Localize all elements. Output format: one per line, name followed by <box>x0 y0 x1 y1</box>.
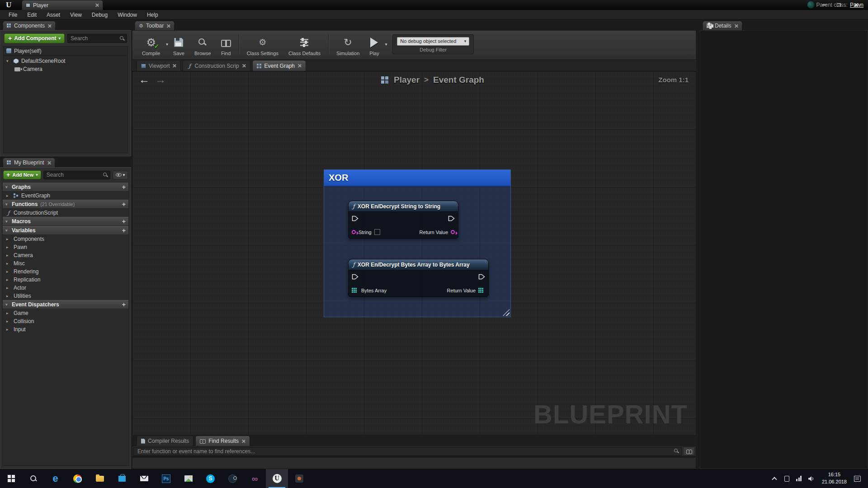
breadcrumb-current[interactable]: Event Graph <box>433 75 484 85</box>
add-function-icon[interactable]: + <box>122 201 126 207</box>
menu-item[interactable]: Help <box>142 10 163 20</box>
taskbar-explorer-button[interactable] <box>89 469 111 488</box>
exec-input-pin[interactable] <box>352 215 359 223</box>
add-component-button[interactable]: + Add Component ▾ <box>4 33 65 43</box>
parent-class-link[interactable]: Pawn <box>850 2 863 8</box>
find-references-input[interactable] <box>133 447 682 456</box>
find-button[interactable]: Find <box>216 33 236 56</box>
return-value-pin[interactable] <box>478 288 483 293</box>
tab-close-icon[interactable] <box>95 3 99 7</box>
components-search-input[interactable] <box>68 35 127 42</box>
add-variable-icon[interactable]: + <box>122 227 126 234</box>
tab-compiler-results[interactable]: Compiler Results <box>137 436 193 446</box>
dispatcher-category-row[interactable]: ▸ Collision <box>3 317 128 325</box>
tab-close-icon[interactable] <box>241 439 245 443</box>
collapse-icon[interactable]: ▾ <box>5 302 10 307</box>
window-tab-player[interactable]: Player <box>22 0 103 10</box>
add-new-button[interactable]: + Add New ▾ <box>3 170 41 179</box>
nav-forward-icon[interactable]: → <box>155 73 166 86</box>
variable-category-row[interactable]: ▸ Components <box>3 235 128 243</box>
find-results-list[interactable] <box>132 457 696 469</box>
dispatcher-category-row[interactable]: ▸ Input <box>3 325 128 333</box>
taskbar-app-button[interactable] <box>288 469 310 488</box>
titlebar[interactable]: U Player <box>0 0 868 10</box>
menu-item[interactable]: File <box>4 10 22 20</box>
node-header[interactable]: ƒ XOR En/Decrypt Bytes Array to Bytes Ar… <box>349 259 488 270</box>
debug-object-dropdown[interactable]: No debug object selected ▾ <box>397 37 469 46</box>
variable-category-row[interactable]: ▸ Actor <box>3 284 128 292</box>
expander-icon[interactable]: ▾ <box>6 59 11 63</box>
node-xor-string[interactable]: ƒ XOR En/Decrypt String to String String… <box>348 201 458 239</box>
tab-details[interactable]: Details <box>703 21 742 30</box>
menu-item[interactable]: Edit <box>22 10 42 20</box>
taskbar-clock[interactable]: 16:15 21.06.2018 <box>817 471 851 486</box>
expander-icon[interactable]: ▸ <box>6 237 11 241</box>
section-header-variables[interactable]: ▾ Variables + <box>3 226 128 235</box>
tab-construction-script[interactable]: ƒ Construction Scrip <box>183 60 250 71</box>
components-root-row[interactable]: Player(self) <box>4 47 127 56</box>
tab-find-results[interactable]: Find Results <box>195 436 250 446</box>
exec-output-pin[interactable] <box>448 215 455 223</box>
tab-close-icon[interactable] <box>166 24 170 28</box>
dispatcher-category-row[interactable]: ▸ Game <box>3 309 128 317</box>
expander-icon[interactable]: ▸ <box>6 286 11 290</box>
taskbar-visualstudio-button[interactable]: ∞ <box>244 469 266 488</box>
taskbar-photoshop-button[interactable]: Ps <box>155 469 177 488</box>
section-header-functions[interactable]: ▾ Functions (21 Overridable) + <box>3 200 128 209</box>
expander-icon[interactable]: ▸ <box>6 253 11 258</box>
section-header-event-dispatchers[interactable]: ▾ Event Dispatchers + <box>3 300 128 309</box>
taskbar-edge-button[interactable]: e <box>44 469 66 488</box>
section-header-graphs[interactable]: ▾ Graphs + <box>3 183 128 192</box>
string-input-pin[interactable] <box>352 230 356 234</box>
list-item-eventgraph[interactable]: ▸ EventGraph <box>3 192 128 200</box>
find-in-blueprints-button[interactable] <box>683 447 695 455</box>
tab-close-icon[interactable] <box>734 24 738 28</box>
taskbar-mail-button[interactable] <box>133 469 155 488</box>
taskbar-steam-button[interactable] <box>222 469 244 488</box>
comment-header[interactable]: XOR <box>324 170 510 186</box>
simulation-button[interactable]: ↻ Simulation <box>331 33 364 56</box>
compile-button[interactable]: ⚙ ✓ Compile <box>137 33 165 56</box>
collapse-icon[interactable]: ▾ <box>5 228 10 233</box>
collapse-icon[interactable]: ▾ <box>5 202 10 206</box>
tray-expand-button[interactable] <box>769 469 781 488</box>
play-button[interactable]: Play <box>364 33 384 56</box>
add-macro-icon[interactable]: + <box>122 218 126 225</box>
play-options-chevron-icon[interactable]: ▾ <box>385 42 387 47</box>
taskbar-store-button[interactable] <box>111 469 133 488</box>
breadcrumb-root[interactable]: Player <box>394 75 420 85</box>
components-tree[interactable]: Player(self) ▾ DefaultSceneRoot Camera <box>3 46 128 153</box>
start-button[interactable] <box>0 469 22 488</box>
menu-item[interactable]: Debug <box>87 10 113 20</box>
browse-button[interactable]: Browse <box>189 33 216 56</box>
taskbar-photos-button[interactable] <box>177 469 199 488</box>
expander-icon[interactable]: ▸ <box>6 277 11 282</box>
expander-icon[interactable]: ▸ <box>6 193 11 198</box>
collapse-icon[interactable]: ▾ <box>5 185 10 189</box>
event-graph-canvas[interactable]: ← → Player > Event Graph Zoom 1:1 XOR ƒ <box>132 71 696 435</box>
collapse-icon[interactable]: ▾ <box>5 219 10 224</box>
tab-components[interactable]: Components <box>3 21 56 30</box>
variable-category-row[interactable]: ▸ Utilities <box>3 292 128 300</box>
save-button[interactable]: Save <box>168 33 189 56</box>
expander-icon[interactable]: ▸ <box>6 311 11 315</box>
tray-volume-button[interactable] <box>805 469 817 488</box>
tab-close-icon[interactable] <box>47 161 51 165</box>
tree-row-camera[interactable]: Camera <box>4 65 127 73</box>
expander-icon[interactable]: ▸ <box>6 269 11 274</box>
variable-category-row[interactable]: ▸ Rendering <box>3 267 128 276</box>
variable-category-row[interactable]: ▸ Misc <box>3 259 128 267</box>
class-defaults-button[interactable]: Class Defaults <box>283 33 326 56</box>
menu-item[interactable]: Asset <box>42 10 65 20</box>
variable-category-row[interactable]: ▸ Replication <box>3 276 128 284</box>
menu-item[interactable]: Window <box>113 10 142 20</box>
variable-category-row[interactable]: ▸ Camera <box>3 251 128 259</box>
expander-icon[interactable]: ▸ <box>6 319 11 324</box>
action-center-button[interactable] <box>851 469 863 488</box>
tab-toolbar[interactable]: ⚙ Toolbar <box>135 21 175 30</box>
tab-my-blueprint[interactable]: My Blueprint <box>3 158 55 167</box>
nav-back-icon[interactable]: ← <box>139 73 150 86</box>
tab-close-icon[interactable] <box>172 64 176 68</box>
my-blueprint-search-input[interactable] <box>44 172 110 178</box>
list-item-constructionscript[interactable]: ƒ ConstructionScript <box>3 209 128 217</box>
